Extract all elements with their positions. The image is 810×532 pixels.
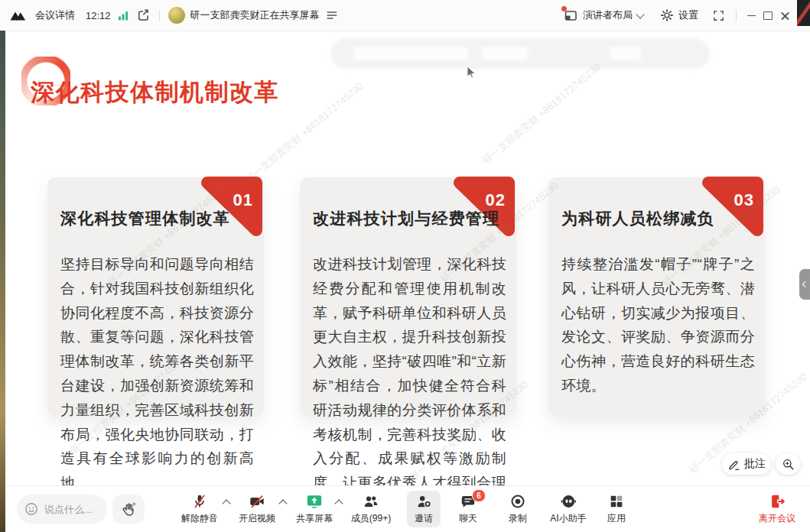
members-icon	[362, 493, 380, 510]
video-options-caret[interactable]	[278, 499, 287, 508]
meeting-timer: 12:12	[86, 10, 111, 21]
chat-bubble-icon: 6	[460, 493, 477, 510]
toolbar-item-label: 开启视频	[239, 512, 275, 525]
toolbar-item-label: 成员(99+)	[351, 512, 391, 525]
emoji-icon[interactable]	[24, 502, 38, 516]
layout-selector[interactable]: 演讲者布局	[583, 8, 633, 22]
signal-strength-icon	[119, 11, 128, 21]
members-button[interactable]: 成员(99+)	[351, 491, 391, 527]
slide-title: 深化科技体制机制改革	[31, 76, 279, 109]
zoom-in-button[interactable]	[776, 453, 800, 475]
settings-button[interactable]: 设置	[678, 8, 698, 22]
annotate-label: 批注	[744, 457, 766, 471]
mouse-cursor	[467, 66, 476, 79]
meeting-details-button[interactable]: 会议详情	[35, 8, 75, 22]
titlebar-divider	[736, 10, 737, 21]
chat-button[interactable]: 6 聊天	[459, 491, 477, 527]
toolbar-item-label: 共享屏幕	[296, 512, 333, 525]
collapse-panel-handle[interactable]	[799, 269, 810, 300]
invite-icon	[415, 493, 433, 510]
ai-assistant-button[interactable]: AI小助手	[550, 491, 586, 527]
close-button[interactable]	[776, 0, 793, 31]
camera-off-icon	[249, 493, 265, 510]
leave-meeting-button[interactable]: 离开会议	[759, 491, 795, 527]
card-body: 改进科技计划管理，深化科技经费分配和管理使用机制改革，赋予科研单位和科研人员更大…	[313, 252, 506, 520]
magnifier-plus-icon	[782, 458, 795, 471]
notification-dot	[561, 6, 567, 11]
app-logo	[9, 8, 28, 23]
slide-card-3: 03 为科研人员松绑减负 持续整治滥发“帽子”“牌子”之风，让科研人员心无旁骛、…	[548, 177, 765, 529]
toolbar-item-label: AI小助手	[550, 512, 586, 525]
share-screen-button[interactable]: 共享屏幕	[296, 491, 333, 527]
card-body: 持续整治滥发“帽子”“牌子”之风，让科研人员心无旁骛、潜心钻研，切实减少为报项目…	[561, 252, 755, 398]
desktop-background-strip	[0, 31, 5, 532]
pop-out-share-icon[interactable]	[136, 8, 151, 23]
record-icon	[509, 493, 526, 510]
card-heading: 为科研人员松绑减负	[561, 208, 714, 229]
raise-hand-icon	[120, 501, 137, 517]
toolbar-item-label: 邀请	[415, 512, 433, 525]
fullscreen-icon[interactable]	[712, 9, 725, 22]
leave-meeting-icon	[769, 493, 786, 510]
toolbar-item-label: 聊天	[459, 512, 477, 525]
apps-grid-icon	[608, 493, 625, 510]
card-heading: 深化科技管理体制改革	[60, 208, 230, 229]
start-video-button[interactable]: 开启视频	[239, 491, 275, 527]
maximize-button[interactable]	[760, 0, 776, 31]
sharing-status-text: 研一支部龚奕财正在共享屏幕	[190, 8, 320, 22]
meeting-toolbar: 解除静音 开启视频 共享屏幕 成员(99+)	[0, 485, 810, 532]
microphone-muted-icon	[191, 493, 208, 510]
quick-chat-input[interactable]	[43, 503, 104, 516]
chevron-down-icon[interactable]	[636, 10, 644, 18]
card-body: 坚持目标导向和问题导向相结合，针对我国科技创新组织化协同化程度不高，科技资源分散…	[60, 252, 254, 495]
slide-card-1: 01 深化科技管理体制改革 坚持目标导向和问题导向相结合，针对我国科技创新组织化…	[47, 177, 264, 529]
unmute-button[interactable]: 解除静音	[181, 491, 218, 527]
gear-icon[interactable]	[660, 8, 674, 22]
screen-share-icon	[306, 493, 323, 510]
toolbar-item-label: 录制	[509, 512, 527, 525]
raise-hand-button[interactable]	[112, 495, 145, 524]
mic-options-caret[interactable]	[222, 499, 230, 508]
pen-icon	[727, 458, 740, 471]
record-button[interactable]: 录制	[509, 491, 527, 527]
share-options-caret[interactable]	[334, 499, 343, 508]
titlebar-divider	[159, 10, 160, 21]
card-number: 01	[233, 190, 253, 210]
presenter-avatar	[168, 7, 185, 24]
card-number: 03	[734, 190, 754, 210]
toolbar-item-label: 应用	[607, 512, 626, 525]
toolbar-item-label: 解除静音	[181, 512, 218, 525]
chat-unread-badge: 6	[472, 489, 486, 502]
apps-button[interactable]: 应用	[607, 491, 626, 527]
chevron-left-icon	[802, 281, 808, 287]
share-detail-icon[interactable]	[326, 9, 338, 21]
invite-button[interactable]: 邀请	[407, 491, 441, 527]
layout-icon	[563, 8, 578, 23]
ai-assistant-icon	[560, 493, 577, 510]
meeting-window: 会议详情 12:12 研一支部龚奕财正在共享屏幕 演讲者布局	[0, 0, 810, 532]
toolbar-item-label: 离开会议	[759, 512, 795, 525]
titlebar: 会议详情 12:12 研一支部龚奕财正在共享屏幕 演讲者布局	[0, 0, 810, 31]
minimize-button[interactable]	[743, 0, 760, 31]
annotate-button[interactable]: 批注	[722, 453, 771, 475]
desktop-corner-artifact	[797, 0, 810, 26]
slide-card-2: 02 改进科技计划与经费管理 改进科技计划管理，深化科技经费分配和管理使用机制改…	[300, 177, 516, 529]
blurred-presenter-toolbar	[330, 38, 710, 69]
card-heading: 改进科技计划与经费管理	[313, 208, 499, 229]
quick-chat-pill[interactable]	[17, 495, 107, 524]
